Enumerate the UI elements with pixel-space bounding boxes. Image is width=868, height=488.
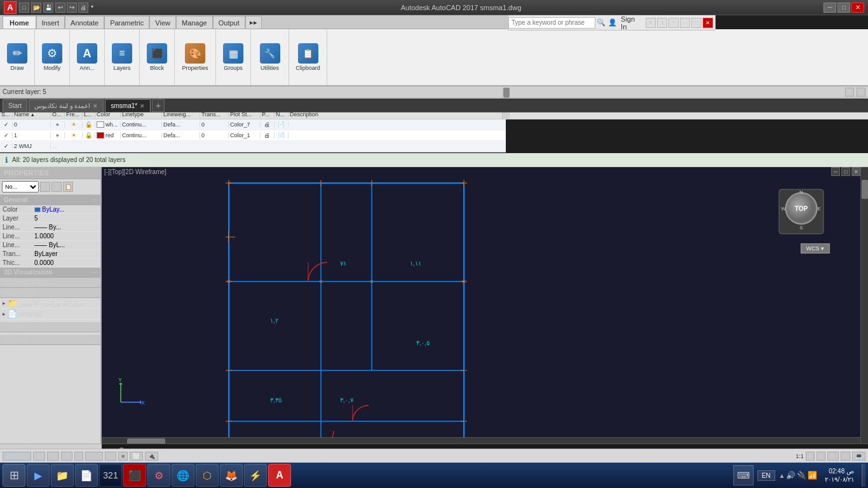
props-icon-2[interactable]: + bbox=[51, 182, 62, 192]
layer-refresh-btn[interactable]: ↻ bbox=[845, 88, 854, 97]
drawing-area[interactable]: [-][Top][2D Wireframe] ─ □ ✕ bbox=[102, 167, 868, 445]
properties-button[interactable]: 🎨 Properties bbox=[180, 42, 209, 72]
taskbar-btn-chrome[interactable]: 🌐 bbox=[172, 464, 194, 487]
status-zoom-in[interactable]: + bbox=[806, 452, 815, 461]
backup-files-header[interactable]: Backup Files ─ bbox=[0, 288, 100, 298]
status-qp-btn[interactable]: 🔌 bbox=[145, 452, 158, 461]
show-desktop-btn[interactable] bbox=[862, 464, 865, 487]
status-hardware[interactable]: 💻 bbox=[852, 452, 865, 461]
layers-button[interactable]: ≡ Layers bbox=[111, 42, 133, 72]
help-btn[interactable]: ? bbox=[668, 18, 679, 28]
settings-btn[interactable]: ✕ bbox=[646, 18, 656, 28]
status-navbar[interactable]: ≡ bbox=[841, 452, 850, 461]
viz-section-header[interactable]: 3D Visualization ─ bbox=[0, 268, 100, 278]
wcs-button[interactable]: WCS ▾ bbox=[801, 243, 831, 254]
general-section-header[interactable]: General ─ bbox=[0, 195, 100, 205]
taskbar-btn-acad[interactable]: A bbox=[268, 464, 291, 487]
tab-annotate[interactable]: Annotate bbox=[65, 16, 104, 29]
props-dropdown[interactable]: No... bbox=[2, 181, 39, 193]
status-snap-btn[interactable]: ◫ bbox=[47, 452, 59, 461]
layer-row-0[interactable]: ✓ 0 ● ☀ 🔓 wh... Continu... Defa... 0 Col… bbox=[0, 119, 506, 130]
tab-parametric[interactable]: Parametric bbox=[104, 16, 149, 29]
taskbar-btn-files[interactable]: 📁 bbox=[51, 464, 74, 487]
layer-row-2[interactable]: ✓ 2 WMJ ... bbox=[0, 141, 506, 152]
taskbar-btn-game[interactable]: 321 bbox=[99, 464, 122, 487]
win-min-btn2[interactable]: ─ bbox=[680, 18, 690, 28]
clipboard-button[interactable]: 📋 Clipboard bbox=[294, 42, 322, 72]
minimize-btn[interactable]: ─ bbox=[824, 3, 836, 13]
status-osnap-btn[interactable]: ←→ bbox=[85, 452, 103, 461]
tab-insert[interactable]: Insert bbox=[36, 16, 65, 29]
viewport-close-btn[interactable]: ✕ bbox=[851, 167, 860, 176]
tab-smsma1-close[interactable]: ✕ bbox=[140, 103, 145, 109]
groups-button[interactable]: ▦ Groups bbox=[222, 42, 245, 72]
preview-header[interactable]: Preview ─ bbox=[0, 335, 100, 345]
tab-manage[interactable]: Manage bbox=[176, 16, 213, 29]
taskbar-btn-doc[interactable]: 📄 bbox=[75, 464, 98, 487]
draw-button[interactable]: ✏ Draw bbox=[6, 42, 29, 72]
maximize-btn[interactable]: □ bbox=[837, 3, 850, 13]
tray-icon-3[interactable]: 📶 bbox=[808, 471, 817, 480]
kbd-icon[interactable]: ⌨ bbox=[733, 465, 754, 485]
backup-item-1[interactable]: ▸ 📁 شكراللة وراتب - V شقق bbox=[0, 298, 100, 309]
backup-item-2[interactable]: ▸ 📄 smsma1 bbox=[0, 309, 100, 320]
win-close-btn2[interactable]: ✕ bbox=[703, 18, 713, 28]
modify-button[interactable]: ⚙ Modify bbox=[41, 42, 64, 72]
tab-smsma1[interactable]: smsma1* ✕ bbox=[105, 99, 151, 112]
viewport-min-btn[interactable]: ─ bbox=[831, 167, 840, 176]
tab-home[interactable]: Home bbox=[3, 16, 36, 29]
info-btn[interactable]: ℹ bbox=[657, 18, 667, 28]
tab-output[interactable]: Output bbox=[213, 16, 245, 29]
utilities-button[interactable]: 🔧 Utilities bbox=[259, 42, 281, 72]
viewport-restore-btn[interactable]: □ bbox=[841, 167, 850, 176]
tray-arrow[interactable]: ▲ bbox=[779, 472, 785, 479]
taskbar-btn-mozilla[interactable]: 🦊 bbox=[220, 464, 243, 487]
open-btn[interactable]: 📂 bbox=[31, 3, 41, 13]
tab-arabic-file[interactable]: اعمدة و لبنة نكاديوس ✕ bbox=[29, 99, 104, 112]
status-model-btn[interactable]: MODEL bbox=[3, 452, 31, 461]
taskbar-btn-orange[interactable]: ⬡ bbox=[196, 464, 219, 487]
status-dyn-btn[interactable]: ∠ bbox=[105, 452, 116, 461]
language-indicator[interactable]: EN bbox=[757, 470, 775, 481]
drawing-rec-header[interactable]: DRAWING REC... bbox=[0, 278, 100, 288]
status-tspace-btn[interactable]: ⬜ bbox=[130, 452, 143, 461]
win-max-btn2[interactable]: □ bbox=[691, 18, 702, 28]
status-lw-btn[interactable]: ■ bbox=[118, 452, 128, 461]
new-btn[interactable]: □ bbox=[19, 3, 29, 13]
expand-arrow[interactable]: ▾ bbox=[91, 4, 98, 11]
v-scrollbar[interactable] bbox=[860, 167, 868, 445]
tab-view[interactable]: View bbox=[149, 16, 176, 29]
props-icon-1[interactable]: ↻ bbox=[40, 182, 50, 192]
tab-more[interactable]: ▸▸ bbox=[245, 16, 262, 29]
tab-arabic-close[interactable]: ✕ bbox=[93, 103, 98, 109]
taskbar-btn-red[interactable]: ⬛ bbox=[123, 464, 146, 487]
tray-icon-1[interactable]: 🔊 bbox=[786, 471, 796, 480]
annotate-button[interactable]: A Ann... bbox=[76, 42, 98, 72]
save-btn[interactable]: 💾 bbox=[43, 3, 53, 13]
status-grid-btn[interactable]: ▦ bbox=[33, 452, 45, 461]
status-polar-btn[interactable]: ⊕ bbox=[61, 452, 72, 461]
status-ws[interactable]: ⚙ bbox=[827, 452, 839, 461]
app-icon[interactable]: A bbox=[4, 1, 17, 14]
tab-add[interactable]: + bbox=[152, 99, 165, 112]
undo-btn[interactable]: ↩ bbox=[55, 3, 65, 13]
taskbar-btn-settings[interactable]: ⚙ bbox=[147, 464, 170, 487]
taskbar-btn-media[interactable]: ▶ bbox=[27, 464, 50, 487]
keyword-search-input[interactable] bbox=[508, 17, 595, 29]
status-otrack-btn[interactable]: ↑ bbox=[74, 452, 84, 461]
signin-label[interactable]: Sign In bbox=[618, 15, 643, 30]
layer-row-1[interactable]: ✓ 1 ● ☀ 🔓 red Continu... Defa... 0 Color… bbox=[0, 130, 506, 141]
status-zoom-out[interactable]: - bbox=[817, 452, 825, 461]
details-header[interactable]: Details ─ bbox=[0, 322, 100, 332]
props-icon-3[interactable]: 📋 bbox=[63, 182, 73, 192]
tab-start[interactable]: Start bbox=[3, 99, 27, 112]
tray-icon-2[interactable]: 🔌 bbox=[797, 471, 806, 480]
block-button[interactable]: ⬛ Block bbox=[146, 42, 168, 72]
layer-settings-btn[interactable]: ⚙ bbox=[857, 88, 865, 97]
close-btn[interactable]: ✕ bbox=[851, 3, 864, 13]
taskbar-btn-yellow[interactable]: ⚡ bbox=[244, 464, 267, 487]
floor-plan-svg: ٣,٣٥ ٢,٢٧ ٣,٩ ٥,٠ ٣,٠,٧ ٥,٨ ١,٢ ٧١ ١,١١ … bbox=[226, 180, 467, 445]
start-btn[interactable]: ⊞ bbox=[3, 464, 25, 487]
redo-btn[interactable]: ↪ bbox=[67, 3, 77, 13]
print-btn[interactable]: 🖨 bbox=[78, 3, 88, 13]
